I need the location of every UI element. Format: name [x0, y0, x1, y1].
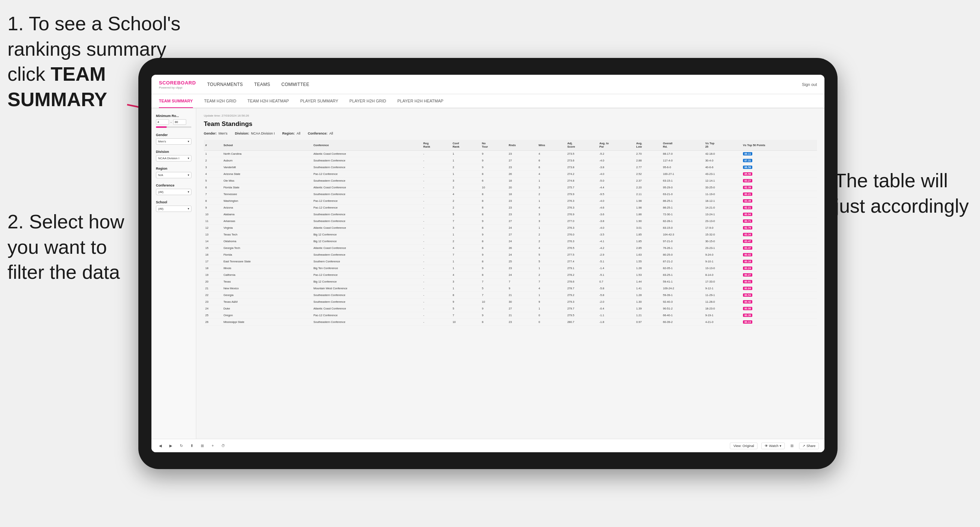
table-row: 6 Florida State Atlantic Coast Conferenc…: [204, 184, 817, 191]
cell-rnds: 9: [508, 285, 537, 292]
toolbar-watch[interactable]: 👁 Watch ▾: [761, 443, 785, 449]
cell-conference: Southeastern Conference: [312, 211, 422, 218]
sidebar-school-select[interactable]: (All) ▾: [156, 206, 191, 212]
cell-no-tour: 8: [480, 319, 508, 325]
cell-adj-score: 278.7: [566, 285, 598, 292]
nav-committee[interactable]: COMMITTEE: [282, 82, 310, 87]
cell-conference: Atlantic Coast Conference: [312, 184, 422, 191]
cell-rank: 21: [204, 285, 222, 292]
subnav-team-summary[interactable]: TEAM SUMMARY: [159, 95, 193, 108]
sidebar-min-rounds-to[interactable]: [173, 119, 186, 125]
subnav-player-h2h-heatmap[interactable]: PLAYER H2H HEATMAP: [398, 95, 444, 108]
sidebar-min-rounds-from[interactable]: [156, 119, 169, 125]
cell-rank: 4: [204, 171, 222, 178]
toolbar-add-icon[interactable]: +: [209, 443, 216, 449]
cell-avg-par: -1.4: [598, 265, 635, 272]
sidebar-gender-label: Gender: [156, 133, 191, 137]
cell-rank: 19: [204, 272, 222, 278]
sidebar-region-select[interactable]: N/A ▾: [156, 172, 191, 178]
toolbar-grid-icon[interactable]: ⊞: [789, 443, 795, 449]
instruction-step2: 2. Select how you want to filter the dat…: [8, 209, 124, 285]
cell-school: East Tennessee State: [222, 258, 312, 265]
cell-overall: 104-42-3: [662, 231, 704, 238]
cell-avg-par: -5.1: [598, 258, 635, 265]
sidebar-gender-select[interactable]: Men's ▾: [156, 138, 191, 144]
toolbar-refresh-icon[interactable]: ↻: [178, 443, 185, 449]
cell-conf-rank: 1: [451, 285, 480, 292]
cell-avg-par: -1.1: [598, 312, 635, 319]
cell-school: Arkansas: [222, 218, 312, 225]
cell-conf-rank: 3: [451, 225, 480, 231]
cell-school: Texas A&M: [222, 298, 312, 305]
cell-conf-rank: 1: [451, 258, 480, 265]
cell-vs25: 9-12-1: [704, 285, 741, 292]
sign-out-button[interactable]: Sign out: [802, 82, 817, 87]
filter-conference: Conference: All: [308, 132, 333, 135]
cell-no-tour: 9: [480, 265, 508, 272]
toolbar-back-icon[interactable]: ◀: [157, 443, 164, 449]
cell-avg-par: -5.1: [598, 272, 635, 278]
toolbar-watch-label: Watch: [769, 444, 778, 448]
sidebar-conference-select[interactable]: (All) ▾: [156, 189, 191, 195]
cell-rank: 6: [204, 184, 222, 191]
toolbar-clock-icon[interactable]: ⏱: [220, 443, 227, 449]
cell-avg-low: 1.21: [635, 312, 662, 319]
logo: SCOREBOARD Powered by clippi: [159, 79, 196, 89]
nav-teams[interactable]: TEAMS: [254, 82, 270, 87]
cell-reg-rank: -: [422, 272, 451, 278]
sidebar-school-label: School: [156, 200, 191, 204]
cell-overall: 95-6-0: [662, 164, 704, 171]
sidebar-range-slider[interactable]: [156, 126, 191, 128]
toolbar-view-original[interactable]: View: Original: [730, 443, 757, 449]
cell-wins: 2: [537, 238, 566, 245]
cell-vs25: 18-23-0: [704, 305, 741, 312]
table-row: 5 Ole Miss Southeastern Conference - 3 6…: [204, 178, 817, 184]
cell-conf-rank: 5: [451, 211, 480, 218]
subnav-player-h2h-grid[interactable]: PLAYER H2H GRID: [350, 95, 386, 108]
cell-rank: 20: [204, 278, 222, 285]
cell-wins: 2: [537, 272, 566, 278]
sidebar-division-select[interactable]: NCAA Division I ▾: [156, 155, 191, 162]
toolbar-forward-icon[interactable]: ▶: [167, 443, 174, 449]
cell-wins: 1: [537, 225, 566, 231]
cell-reg-rank: -: [422, 312, 451, 319]
cell-school: Arizona: [222, 205, 312, 211]
cell-adj-score: 273.6: [566, 157, 598, 164]
cell-overall: 80-25-0: [662, 252, 704, 258]
toolbar-share-icon2: ↗: [802, 444, 805, 448]
cell-wins: 1: [537, 178, 566, 184]
col-adj-score: Adj.Score: [566, 140, 598, 151]
toolbar-bookmark-icon[interactable]: ⊞: [199, 443, 206, 449]
cell-adj-score: 279.3: [566, 298, 598, 305]
table-row: 21 New Mexico Mountain West Conference -…: [204, 285, 817, 292]
table-row: 8 Washington Pac-12 Conference - 2 8 23 …: [204, 198, 817, 205]
cell-avg-low: 1.30: [635, 298, 662, 305]
toolbar-share-btn[interactable]: ↗ Share: [799, 443, 819, 449]
cell-vs25: 17-9-0: [704, 225, 741, 231]
cell-avg-low: 1.39: [635, 305, 662, 312]
cell-vs25: 9-24-0: [704, 252, 741, 258]
cell-pts: 80.91: [741, 278, 817, 285]
subnav-team-h2h-heatmap[interactable]: TEAM H2H HEATMAP: [248, 95, 289, 108]
cell-adj-score: 273.5: [566, 151, 598, 157]
cell-pts: 80.24: [741, 265, 817, 272]
cell-school: Tennessee: [222, 191, 312, 198]
cell-vs25: 11-19-0: [704, 191, 741, 198]
cell-overall: 86-25-1: [662, 205, 704, 211]
col-no-tour: NoTour: [480, 140, 508, 151]
cell-no-tour: 9: [480, 157, 508, 164]
cell-no-tour: 9: [480, 151, 508, 157]
cell-rnds: 24: [508, 272, 537, 278]
cell-overall: 59-41-1: [662, 278, 704, 285]
subnav-player-summary[interactable]: PLAYER SUMMARY: [300, 95, 338, 108]
cell-rank: 11: [204, 218, 222, 225]
subnav-team-h2h-grid[interactable]: TEAM H2H GRID: [204, 95, 236, 108]
toolbar-share-icon[interactable]: ⬆: [188, 443, 195, 449]
nav-tournaments[interactable]: TOURNAMENTS: [207, 82, 243, 87]
cell-wins: 5: [537, 258, 566, 265]
cell-wins: 4: [537, 245, 566, 252]
cell-avg-par: -3.8: [598, 164, 635, 171]
logo-text: SCOREBOARD: [159, 80, 196, 86]
cell-avg-low: 2.37: [635, 178, 662, 184]
cell-reg-rank: -: [422, 171, 451, 178]
